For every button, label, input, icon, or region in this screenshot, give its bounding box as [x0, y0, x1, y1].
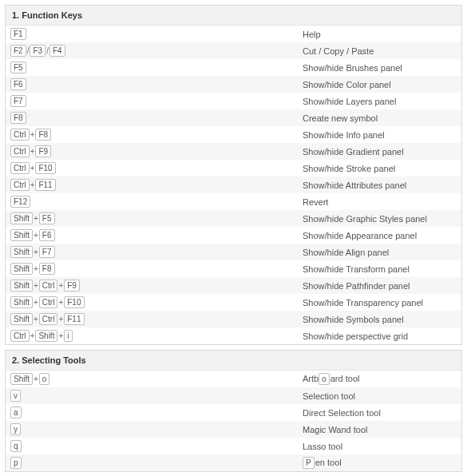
key-combo: y — [10, 423, 303, 435]
key-combo: p — [10, 457, 303, 469]
key-separator: + — [34, 280, 38, 292]
key-separator: + — [30, 162, 35, 174]
key: Shift — [10, 313, 33, 325]
section-header: 2. Selecting Tools — [6, 351, 461, 371]
section-header: 1. Function Keys — [6, 6, 461, 26]
key: Shift — [10, 212, 33, 224]
shortcut-row: Ctrl+F8Show/hide Info panel — [6, 126, 461, 143]
shortcut-description: Pen tool — [303, 457, 457, 469]
shortcut-row: pPen tool — [6, 454, 461, 471]
key: F2 — [10, 45, 26, 57]
shortcut-row: F1Help — [6, 26, 461, 42]
shortcut-description: Lasso tool — [303, 442, 457, 451]
key: Ctrl — [10, 179, 30, 191]
key-combo: Shift+o — [10, 373, 303, 385]
shortcut-description: Create new symbol — [303, 113, 457, 123]
key-separator: + — [30, 179, 35, 191]
shortcut-description: Help — [303, 30, 457, 39]
key: Ctrl — [39, 296, 58, 308]
key-combo: Shift+F7 — [10, 246, 303, 258]
key-separator: + — [30, 145, 35, 157]
key: F4 — [49, 45, 65, 57]
key-separator: + — [34, 229, 38, 241]
key: Ctrl — [39, 313, 58, 325]
key-combo: Ctrl+F9 — [10, 145, 303, 157]
shortcut-row: Ctrl+Shift+iShow/hide perspective grid — [6, 327, 461, 344]
shortcut-description: Cut / Copy / Paste — [303, 46, 457, 56]
shortcut-description: Show/hide Transparency panel — [303, 298, 457, 307]
shortcut-row: vSelection tool — [6, 387, 461, 404]
shortcut-description: Artboard tool — [303, 373, 457, 385]
shortcut-description: Show/hide Align panel — [303, 248, 457, 257]
key-separator: + — [34, 263, 38, 275]
key-combo: Ctrl+F10 — [10, 162, 303, 174]
shortcut-row: Shift+F8Show/hide Transform panel — [6, 260, 461, 277]
key: Ctrl — [10, 330, 30, 342]
key-separator: + — [58, 330, 63, 342]
key-combo: F6 — [10, 78, 303, 90]
key-combo: F5 — [10, 61, 303, 73]
shortcut-description: Show/hide Symbols panel — [303, 315, 457, 324]
shortcut-row: Shift+F6Show/hide Appearance panel — [6, 227, 461, 244]
key-combo: F1 — [10, 28, 303, 40]
shortcut-description: Show/hide Color panel — [303, 80, 457, 89]
shortcut-description: Show/hide Stroke panel — [303, 164, 457, 173]
shortcut-description: Show/hide Layers panel — [303, 97, 457, 106]
key: F9 — [64, 280, 80, 292]
key-combo: q — [10, 440, 303, 452]
key: F3 — [30, 45, 46, 57]
key-combo: v — [10, 390, 303, 402]
key: a — [10, 407, 22, 418]
key-combo: Ctrl+Shift+i — [10, 330, 303, 342]
key: F11 — [64, 313, 84, 325]
inline-key: o — [319, 373, 330, 385]
key-separator: + — [30, 330, 35, 342]
shortcut-row: qLasso tool — [6, 438, 461, 454]
key: F7 — [39, 246, 55, 258]
shortcut-description: Show/hide Attributes panel — [303, 180, 457, 190]
key-combo: Shift+Ctrl+F9 — [10, 280, 303, 292]
key: q — [10, 440, 22, 452]
shortcut-row: aDirect Selection tool — [6, 404, 461, 421]
key: F10 — [64, 296, 84, 308]
shortcut-row: Shift+F5Show/hide Graphic Styles panel — [6, 210, 461, 227]
key: Ctrl — [10, 145, 30, 157]
section-panel: 1. Function KeysF1HelpF2/F3/F4Cut / Copy… — [5, 5, 462, 345]
key-combo: F2/F3/F4 — [10, 45, 303, 57]
key-group-separator: / — [27, 45, 30, 57]
key: F12 — [10, 196, 30, 208]
shortcuts-list: 1. Function KeysF1HelpF2/F3/F4Cut / Copy… — [5, 5, 462, 472]
key-separator: + — [58, 280, 63, 292]
key-separator: + — [34, 296, 38, 308]
key: Shift — [10, 280, 33, 292]
key: F5 — [10, 61, 26, 73]
key: F8 — [35, 129, 51, 141]
key-combo: Shift+F8 — [10, 263, 303, 275]
shortcut-row: Ctrl+F10Show/hide Stroke panel — [6, 160, 461, 177]
key: Ctrl — [39, 280, 58, 292]
shortcut-description: Magic Wand tool — [303, 425, 457, 434]
key: F11 — [35, 179, 55, 191]
key: Ctrl — [10, 162, 30, 174]
key: v — [10, 390, 21, 402]
key-combo: Ctrl+F11 — [10, 179, 303, 191]
key-combo: F7 — [10, 95, 303, 107]
shortcut-row: F8Create new symbol — [6, 109, 461, 126]
key: Shift — [10, 246, 33, 258]
shortcut-row: Ctrl+F11Show/hide Attributes panel — [6, 177, 461, 193]
shortcut-row: F7Show/hide Layers panel — [6, 93, 461, 109]
key: F6 — [10, 78, 26, 90]
key: i — [64, 330, 72, 342]
key: F1 — [10, 28, 26, 40]
key: p — [10, 457, 22, 469]
key: Ctrl — [10, 129, 30, 141]
shortcut-description: Show/hide Gradient panel — [303, 147, 457, 157]
key-combo: Shift+F6 — [10, 229, 303, 241]
key: F5 — [39, 212, 55, 224]
key-combo: Ctrl+F8 — [10, 129, 303, 141]
shortcut-description: Direct Selection tool — [303, 408, 457, 418]
key: F6 — [39, 229, 55, 241]
shortcut-row: F5Show/hide Brushes panel — [6, 59, 461, 76]
key-combo: a — [10, 407, 303, 418]
shortcut-row: Shift+Ctrl+F9Show/hide Pathfinder panel — [6, 277, 461, 294]
